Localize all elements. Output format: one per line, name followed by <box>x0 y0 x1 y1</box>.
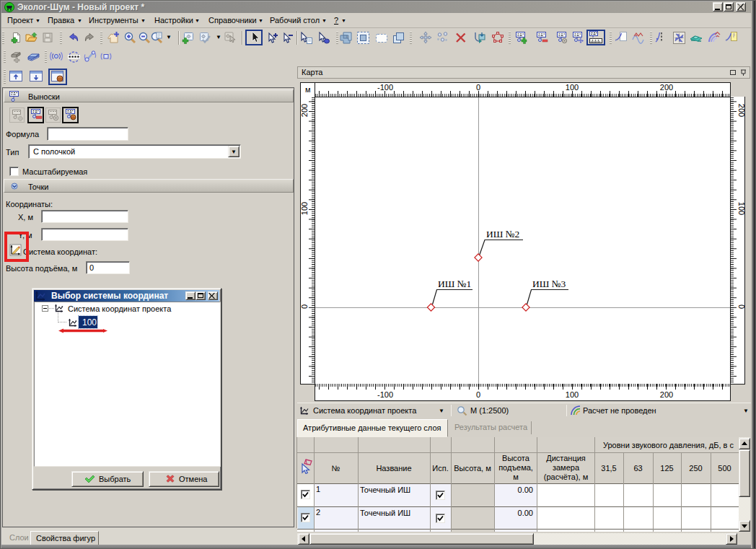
svg-text:ИШ №1: ИШ №1 <box>438 278 471 289</box>
svg-text:ИШ №3: ИШ №3 <box>532 278 566 289</box>
svg-text:ИШ №2: ИШ №2 <box>486 229 519 240</box>
